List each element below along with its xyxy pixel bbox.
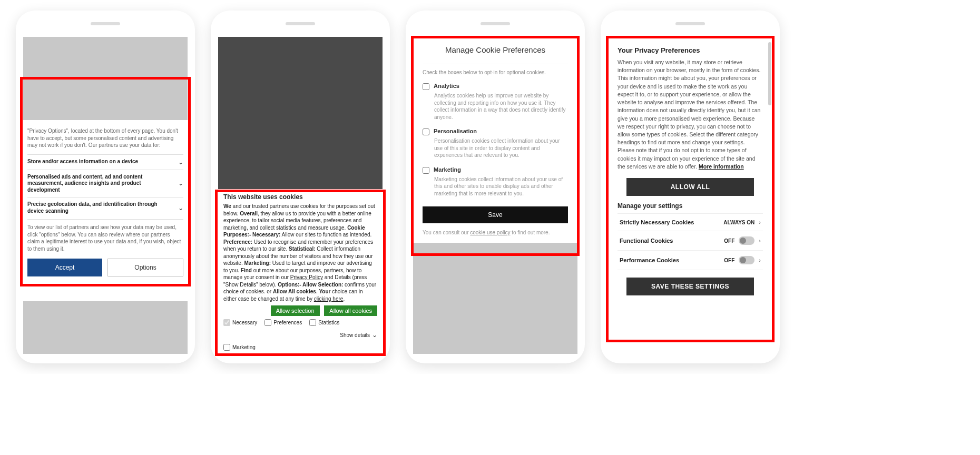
privacy-policy-link[interactable]: Privacy Policy [290, 274, 323, 280]
allow-selection-button[interactable]: Allow selection [271, 305, 320, 316]
panel-title: Your Privacy Preferences [618, 46, 763, 54]
necessary-checkbox[interactable]: Necessary [223, 319, 257, 326]
category-label: Strictly Necessary Cookies [620, 219, 694, 225]
manage-settings-heading: Manage your settings [618, 202, 763, 210]
chevron-down-icon: ⌄ [372, 331, 377, 339]
chevron-down-icon: ⌄ [178, 204, 183, 212]
category-state: OFF [724, 258, 734, 263]
functional-cookies-row[interactable]: Functional Cookies OFF › [618, 231, 763, 251]
accept-button[interactable]: Accept [27, 259, 102, 276]
category-state: OFF [724, 238, 734, 244]
personalisation-description: Personalisation cookies collect informat… [434, 137, 568, 159]
phone-screen: Your Privacy Preferences When you visit … [608, 37, 772, 354]
chevron-right-icon: › [759, 219, 761, 225]
purpose-row[interactable]: Personalised ads and content, ad and con… [27, 170, 183, 197]
phone-mockup-4: Your Privacy Preferences When you visit … [601, 11, 780, 363]
panel-subtitle: Check the boxes below to opt-in for opti… [423, 64, 568, 75]
marketing-checkbox[interactable]: Marketing [223, 344, 377, 351]
footer-text: You can consult our cookie use policy to… [423, 230, 568, 235]
category-state: ALWAYS ON [723, 220, 754, 225]
panel-title: Manage Cookie Preferences [423, 45, 568, 58]
marketing-checkbox[interactable]: Marketing [423, 166, 568, 174]
purpose-label: Store and/or access information on a dev… [27, 159, 138, 165]
privacy-preferences-panel: Your Privacy Preferences When you visit … [608, 37, 772, 354]
purpose-row[interactable]: Precise geolocation data, and identifica… [27, 197, 183, 218]
marketing-description: Marketing cookies collect information ab… [434, 176, 568, 197]
cookie-banner: This website uses cookies We and our tru… [218, 189, 383, 354]
strictly-necessary-row[interactable]: Strictly Necessary Cookies ALWAYS ON › [618, 213, 763, 231]
analytics-checkbox[interactable]: Analytics [423, 83, 568, 90]
personalisation-checkbox[interactable]: Personalisation [423, 128, 568, 135]
phone-speaker [91, 22, 120, 25]
scrollbar[interactable] [768, 42, 771, 105]
chevron-down-icon: ⌄ [178, 159, 183, 166]
preferences-checkbox[interactable]: Preferences [264, 319, 302, 326]
category-label: Performance Cookies [620, 257, 679, 263]
phone-screen: This website uses cookies We and our tru… [218, 37, 383, 354]
save-button[interactable]: Save [423, 206, 568, 223]
banner-title: This website uses cookies [223, 193, 377, 201]
chevron-right-icon: › [759, 257, 761, 263]
statistics-checkbox[interactable]: Statistics [309, 319, 339, 326]
purpose-label: Precise geolocation data, and identifica… [27, 201, 174, 214]
phone-mockup-3: Manage Cookie Preferences Check the boxe… [406, 11, 585, 363]
toggle-switch[interactable] [739, 236, 754, 245]
phone-speaker [675, 22, 705, 25]
category-label: Functional Cookies [620, 238, 673, 244]
more-information-link[interactable]: More information [699, 163, 744, 170]
toggle-switch[interactable] [739, 256, 754, 264]
phone-speaker [481, 22, 510, 25]
chevron-right-icon: › [759, 238, 761, 244]
allow-all-button[interactable]: ALLOW ALL [626, 178, 754, 196]
performance-cookies-row[interactable]: Performance Cookies OFF › [618, 250, 763, 270]
allow-all-cookies-button[interactable]: Allow all cookies [324, 305, 377, 316]
cookie-category-checkboxes: Necessary Preferences Statistics Show de… [223, 318, 377, 351]
consent-dialog: "Privacy Options", located at the bottom… [23, 120, 188, 301]
chevron-down-icon: ⌄ [178, 180, 183, 187]
panel-body-text: When you visit any website, it may store… [618, 58, 763, 171]
clicking-here-link[interactable]: clicking here [314, 296, 344, 302]
banner-body-text: We and our trusted partners use cookies … [223, 203, 377, 302]
preferences-panel: Manage Cookie Preferences Check the boxe… [413, 37, 577, 243]
options-button[interactable]: Options [107, 259, 183, 276]
phone-mockup-2: This website uses cookies We and our tru… [211, 11, 390, 363]
phone-screen: Manage Cookie Preferences Check the boxe… [413, 37, 577, 354]
phone-speaker [286, 22, 315, 25]
consent-intro-text: "Privacy Options", located at the bottom… [27, 127, 183, 149]
analytics-description: Analytics cookies help us improve our we… [434, 92, 568, 121]
consent-note-text: To view our list of partners and see how… [27, 219, 183, 252]
save-settings-button[interactable]: SAVE THESE SETTINGS [626, 278, 754, 295]
purpose-label: Personalised ads and content, ad and con… [27, 174, 174, 194]
phone-screen: "Privacy Options", located at the bottom… [23, 37, 188, 354]
phone-mockup-1: "Privacy Options", located at the bottom… [16, 11, 195, 363]
purpose-row[interactable]: Store and/or access information on a dev… [27, 154, 183, 170]
show-details-toggle[interactable]: Show details ⌄ [340, 331, 377, 339]
cookie-policy-link[interactable]: cookie use policy [470, 230, 510, 235]
